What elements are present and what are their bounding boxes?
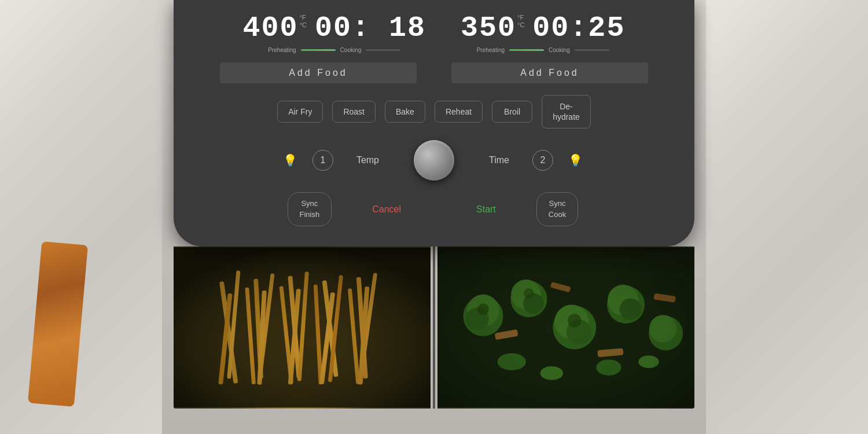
- start-button[interactable]: Start: [476, 204, 496, 215]
- sync-cook-button[interactable]: SyncCook: [536, 192, 578, 226]
- left-progress: Preheating Cooking: [268, 47, 400, 53]
- left-light-icon[interactable]: 💡: [283, 153, 297, 167]
- right-light-icon[interactable]: 💡: [568, 153, 583, 167]
- right-display-main: 350 °F °C 00:25: [461, 12, 625, 45]
- marble-background-right: [706, 0, 868, 434]
- function-buttons-row: Air Fry Roast Bake Reheat Broil De-hydra…: [197, 95, 671, 128]
- left-display-main: 400 °F °C 00: 18: [243, 12, 426, 45]
- fries-svg: [174, 247, 431, 409]
- action-right: SyncCook: [519, 192, 671, 226]
- right-temp: 350: [461, 12, 516, 45]
- right-display: 350 °F °C 00:25 Preheating Cooking: [461, 12, 625, 53]
- action-center: Cancel Start: [349, 204, 519, 215]
- drawer-section: [174, 247, 694, 409]
- left-time: 00: 18: [315, 12, 426, 45]
- left-temp: 400: [243, 12, 299, 45]
- sync-finish-button[interactable]: SyncFinish: [288, 192, 332, 226]
- reheat-button[interactable]: Reheat: [435, 101, 483, 123]
- left-add-food[interactable]: Add Food: [220, 62, 417, 83]
- bake-button[interactable]: Bake: [385, 101, 425, 123]
- action-row: SyncFinish Cancel Start SyncCook: [197, 192, 671, 226]
- roast-button[interactable]: Roast: [332, 101, 376, 123]
- right-time: 00:25: [532, 12, 625, 45]
- svg-rect-47: [437, 248, 694, 407]
- dehydrate-button[interactable]: De-hydrate: [542, 95, 591, 128]
- broil-button[interactable]: Broil: [492, 101, 532, 123]
- left-controls: 💡 1 Temp: [197, 150, 414, 171]
- veggies-content: [437, 247, 694, 409]
- drawer-divider: [433, 247, 435, 409]
- right-controls: Time 2 💡: [454, 150, 671, 171]
- marble-background-left: [0, 0, 162, 434]
- right-cook-bar: [575, 49, 609, 51]
- right-preheat-bar: [509, 49, 544, 51]
- left-display: 400 °F °C 00: 18 Preheating Cooking: [243, 12, 426, 53]
- right-progress: Preheating Cooking: [477, 47, 609, 53]
- time-label: Time: [489, 155, 509, 165]
- controls-row: 💡 1 Temp Time 2 💡: [197, 140, 671, 181]
- left-cook-bar: [366, 49, 400, 51]
- action-left: SyncFinish: [197, 192, 349, 226]
- display-row: 400 °F °C 00: 18 Preheating Cooking: [197, 12, 671, 53]
- left-drawer: [174, 247, 431, 409]
- right-temp-unit: °F °C: [517, 14, 524, 29]
- temp-label: Temp: [356, 155, 379, 165]
- left-temp-unit: °F °C: [300, 14, 307, 29]
- appliance: 400 °F °C 00: 18 Preheating Cooking: [162, 0, 706, 409]
- veggies-svg: [437, 247, 694, 409]
- zone1-button[interactable]: 1: [312, 150, 333, 171]
- controls-inner: 💡 1 Temp Time 2 💡: [197, 140, 671, 181]
- control-panel: 400 °F °C 00: 18 Preheating Cooking: [174, 0, 694, 247]
- left-preheat-bar: [301, 49, 336, 51]
- fries-content: [174, 247, 431, 409]
- dial-knob[interactable]: [414, 140, 454, 181]
- zone2-button[interactable]: 2: [532, 150, 553, 171]
- svg-rect-20: [174, 248, 431, 407]
- right-add-food[interactable]: Add Food: [451, 62, 648, 83]
- right-drawer: [437, 247, 694, 409]
- add-food-row: Add Food Add Food: [197, 62, 671, 83]
- air-fry-button[interactable]: Air Fry: [277, 101, 323, 123]
- cancel-button[interactable]: Cancel: [372, 204, 401, 215]
